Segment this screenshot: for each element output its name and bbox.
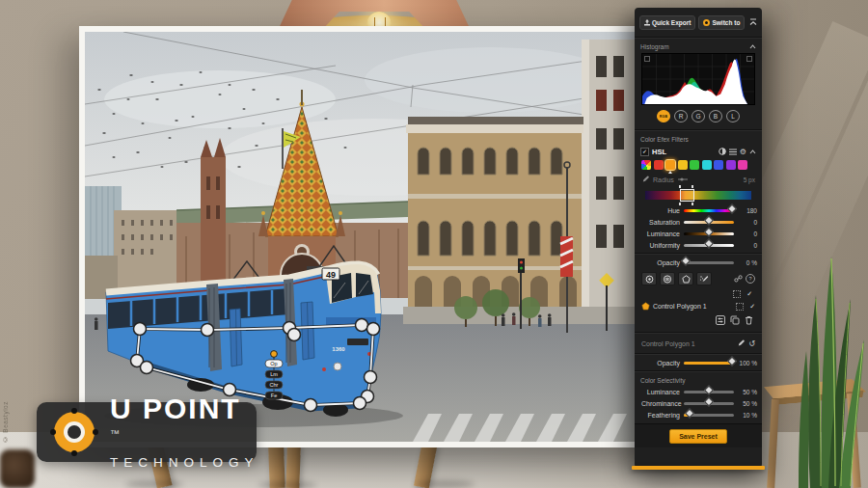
cs-feathering-slider[interactable] [684,414,734,417]
save-preset-button[interactable]: Save Preset [669,429,727,444]
menu-icon[interactable] [729,149,737,156]
channel-r-button[interactable]: R [674,110,688,122]
badge-subtitle: TECHNOLOGY [110,456,259,470]
cs-luminance-thumb[interactable] [704,385,714,394]
canvas-print: 49 1360 [79,26,648,447]
cs-chrominance-row: Chrominance 50 % [635,397,762,409]
histogram-display [641,53,755,105]
cs-luminance-slider[interactable] [684,391,734,393]
layer-mask-toggle[interactable] [736,303,744,311]
hue-slider[interactable] [684,209,734,212]
control-point[interactable] [365,371,377,384]
control-point[interactable] [367,323,380,336]
adjustments-icon[interactable] [716,315,725,326]
delete-trash-icon[interactable] [745,315,753,326]
hsl-enabled-checkbox[interactable]: ✓ [640,148,649,156]
shadow-clipping-toggle[interactable] [644,56,650,62]
selection-opacity-slider[interactable] [684,362,734,365]
layer-group-toggles: ✓ [635,288,762,300]
collapse-section-icon[interactable] [749,149,756,155]
control-point-eye-tool[interactable] [660,272,675,285]
svg-text:Fe: Fe [271,393,277,398]
swatch-green[interactable] [690,160,699,170]
control-point[interactable] [354,397,366,410]
cs-feathering-row: Feathering 10 % [635,409,762,420]
divider [635,253,762,255]
brush-tool[interactable] [696,272,712,285]
channel-rgb-button[interactable]: RGB [657,110,670,122]
eyedropper-icon[interactable] [737,339,745,348]
swatch-cyan[interactable] [702,160,712,170]
nik-logo-icon [703,19,710,26]
swatch-purple[interactable] [726,160,736,170]
hue-slider-thumb[interactable] [727,203,737,213]
uniformity-slider-thumb[interactable] [704,238,714,248]
layer-visibility-checkmark[interactable]: ✓ [749,304,755,310]
hsl-opacity-thumb[interactable] [681,256,691,265]
saturation-slider[interactable] [684,221,734,224]
uniformity-slider[interactable] [684,244,734,247]
collapse-panel-icon[interactable] [749,18,757,27]
visibility-checkmark[interactable]: ✓ [746,291,752,297]
swatch-all-colors[interactable] [641,160,651,170]
photo-budapest-tram: 49 1360 [85,32,639,442]
channel-b-button[interactable]: B [709,110,722,122]
control-polygon-tool[interactable] [678,272,693,285]
scene: 49 1360 [0,0,868,488]
polygon-layer-icon [641,302,650,311]
swatch-blue[interactable] [714,160,723,170]
tram-number: 1360 [332,346,345,352]
divider [635,332,762,334]
link-icon[interactable] [734,275,743,284]
reset-icon[interactable]: ↺ [748,340,755,347]
hue-range-selector[interactable] [645,191,751,200]
swatch-magenta[interactable] [738,160,747,170]
hue-range-window[interactable] [680,189,694,202]
upoint-anchor[interactable] [271,351,278,358]
hsl-opacity-slider[interactable] [684,261,734,264]
swatch-red[interactable] [654,160,664,170]
hsl-opacity-row: Opacity 0 % [635,257,762,268]
switch-to-button[interactable]: Switch to [698,15,745,30]
duplicate-icon[interactable] [730,315,740,326]
blend-mode-icon[interactable] [719,148,726,156]
upoint-logo-icon [50,408,98,456]
luminance-slider[interactable] [684,232,734,235]
control-point[interactable] [356,319,368,332]
control-point[interactable] [288,329,301,341]
svg-text:Chr: Chr [270,382,279,388]
chevron-up-icon[interactable] [749,43,756,50]
channel-g-button[interactable]: G [692,110,705,122]
divider [635,353,762,355]
help-icon[interactable]: ? [746,274,755,284]
saturation-slider-row: Saturation 0 [635,216,762,228]
panel-accent-bar [632,466,765,470]
layer-row-control-polygon[interactable]: Control Polygon 1 ✓ [635,300,762,312]
control-point[interactable] [202,324,214,337]
control-point[interactable] [134,323,147,336]
eyedropper-icon[interactable] [641,176,649,184]
channel-l-button[interactable]: L [726,110,740,122]
dark-prop [0,449,35,488]
histogram-graph [642,54,754,104]
control-point[interactable] [141,362,153,374]
quick-export-button[interactable]: Quick Export [639,15,695,30]
swatch-orange-selected[interactable] [665,160,675,170]
luminance-slider-row: Luminance 0 [635,228,762,239]
mask-preview-toggle[interactable] [733,290,741,298]
swatch-yellow[interactable] [678,160,688,170]
layer-actions [635,312,762,330]
badge-title: U POINT ™ [110,394,259,452]
control-point[interactable] [305,399,317,412]
selected-layer-header: Control Polygon 1 ↺ [635,336,762,351]
highlight-clipping-toggle[interactable] [746,56,752,62]
upoint-technology-badge: U POINT ™ TECHNOLOGY [37,402,257,462]
settings-gear-icon[interactable]: ⚙ [740,149,746,156]
cs-chrominance-slider[interactable] [684,402,734,405]
control-point-tool[interactable] [641,272,657,285]
saturation-slider-thumb[interactable] [704,215,714,225]
cs-chrominance-thumb[interactable] [704,396,714,406]
panel-header: Quick Export Switch to [635,8,762,35]
luminance-slider-thumb[interactable] [704,227,714,236]
save-preset-area: Save Preset [635,423,762,447]
